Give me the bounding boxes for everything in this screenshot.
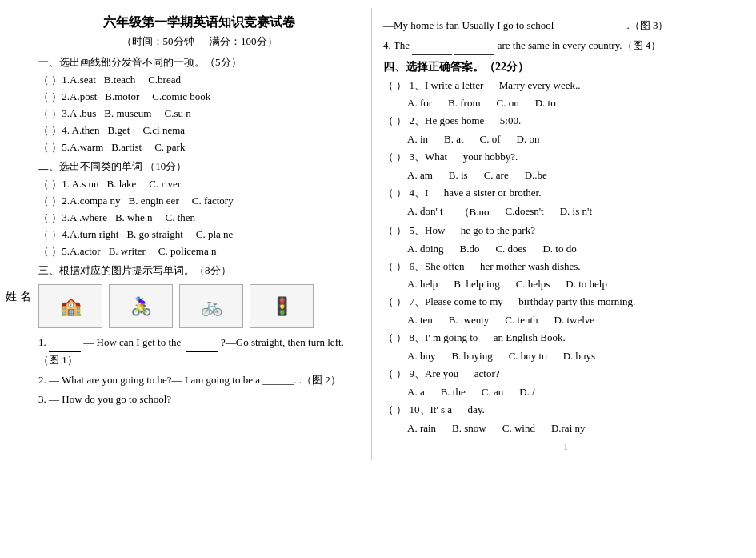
s4-q1-options: A. for B. from C. on D. to — [407, 97, 748, 110]
s3-q2: 2. — What are you going to be?— I am goi… — [38, 372, 360, 389]
page-subtitle: （时间：50分钟 满分：100分） — [38, 34, 360, 49]
section1-questions: （ ） 1.A.seat B.teach C.bread （ ） 2.A.pos… — [38, 73, 360, 155]
s4-q6-options: A. help B. help ing C. helps D. to help — [407, 278, 748, 291]
section2-questions: （ ） 1. A.s un B. lake C. river （ ） 2.A.c… — [38, 177, 360, 259]
column-divider — [371, 8, 372, 460]
left-column: 六年级第一学期英语知识竞赛试卷 （时间：50分钟 满分：100分） 一、选出画线… — [32, 8, 368, 460]
right-column: —My home is far. Usually I go to school … — [375, 8, 756, 460]
section3-title: 三、根据对应的图片提示写单词。（8分） — [38, 263, 360, 278]
s3-q5: 4. The are the same in every country.（图 … — [383, 38, 748, 55]
s3-q3: 3. — How do you go to school? — [38, 391, 360, 408]
s4-q5: （ ） 5、How he go to the park? — [383, 223, 748, 239]
s4-q6: （ ） 6、She often her mother wash dishes. — [383, 259, 748, 275]
s1-q2: （ ） 2.A.post B.motor C.comic book — [38, 90, 360, 104]
section1-title: 一、选出画线部分发音不同的一项。（5分） — [38, 55, 360, 70]
s1-q5: （ ） 5.A.warm B.artist C. park — [38, 140, 360, 155]
img-bicycle: 🚲 — [179, 284, 243, 328]
s4-q2: （ ） 2、He goes home 5:00. — [383, 113, 748, 130]
s4-q2-options: A. in B. at C. of D. on — [407, 133, 748, 146]
s2-q3: （ ） 3.A .where B. whe n C. then — [38, 211, 360, 225]
s4-q9-options: A. a B. the C. an D. / — [407, 386, 748, 399]
section4-title: 四、选择正确答案。（22分） — [383, 60, 748, 74]
s1-q4: （ ） 4. A.then B.get C.ci nema — [38, 123, 360, 138]
s4-q3: （ ） 3、What your hobby?. — [383, 149, 748, 166]
s4-q9: （ ） 9、Are you actor? — [383, 366, 748, 383]
s4-q4-options: A. don' t （B.no C.doesn't D. is n't — [407, 205, 748, 219]
s3-q1: 1. — How can I get to the ?—Go straight,… — [38, 335, 360, 369]
img-school: 🏫 — [38, 284, 102, 328]
s2-q4: （ ） 4.A.turn right B. go straight C. pla… — [38, 227, 360, 242]
s4-q4: （ ） 4、I have a sister or brother. — [383, 185, 748, 202]
s4-q8: （ ） 8、I' m going to an English Book. — [383, 330, 748, 347]
s2-q5: （ ） 5.A.actor B. writer C. policema n — [38, 244, 360, 259]
s2-q1: （ ） 1. A.s un B. lake C. river — [38, 177, 360, 191]
s4-q7: （ ） 7、Please come to my birthday party t… — [383, 294, 748, 311]
img-girl-bike: 🚴‍♀️ — [109, 284, 173, 328]
section2-title: 二、选出不同类的单词 （10分） — [38, 159, 360, 174]
s4-q10: （ ） 10、It' s a day. — [383, 402, 748, 419]
page-title: 六年级第一学期英语知识竞赛试卷 — [38, 14, 360, 31]
page-number: 1 — [383, 441, 748, 453]
img-traffic-light: 🚦 — [250, 284, 314, 328]
s3-q4: —My home is far. Usually I go to school … — [383, 18, 748, 34]
s4-q7-options: A. ten B. twenty C. tenth D. twelve — [407, 314, 748, 327]
s4-q5-options: A. doing B.do C. does D. to do — [407, 243, 748, 255]
section3-images: 🏫 🚴‍♀️ 🚲 🚦 — [38, 284, 360, 328]
left-margin: 名姓 级班 — [0, 8, 32, 460]
s2-q2: （ ） 2.A.compa ny B. engin eer C. factory — [38, 194, 360, 208]
s4-q8-options: A. buy B. buying C. buy to D. buys — [407, 350, 748, 363]
s4-q10-options: A. rain B. snow C. wind D.rai ny — [407, 422, 748, 435]
s4-q1: （ ） 1、I write a letter Marry every week.… — [383, 78, 748, 94]
s1-q3: （ ） 3.A .bus B. museum C.su n — [38, 106, 360, 121]
s1-q1: （ ） 1.A.seat B.teach C.bread — [38, 73, 360, 87]
s4-q3-options: A. am B. is C. are D..be — [407, 169, 748, 182]
